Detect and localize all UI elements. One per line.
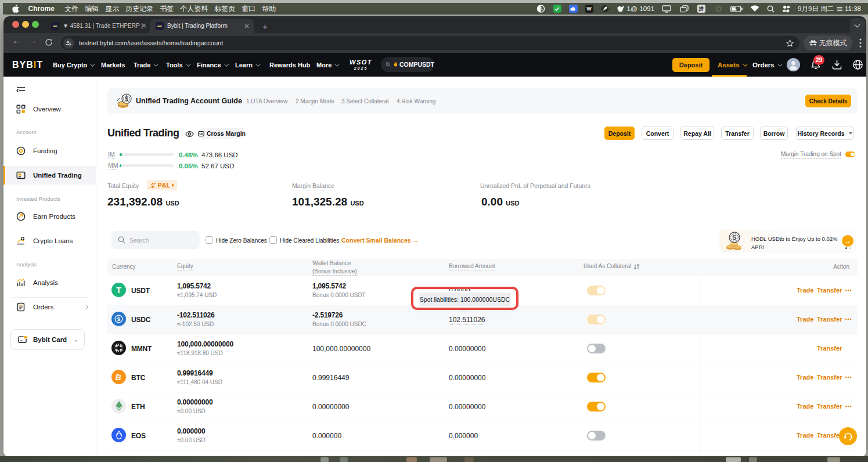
svg-text:$: $ [125, 96, 128, 102]
svg-text:CM: CM [199, 132, 203, 135]
svg-text:$: $ [117, 316, 121, 322]
svg-text:S: S [732, 234, 736, 241]
